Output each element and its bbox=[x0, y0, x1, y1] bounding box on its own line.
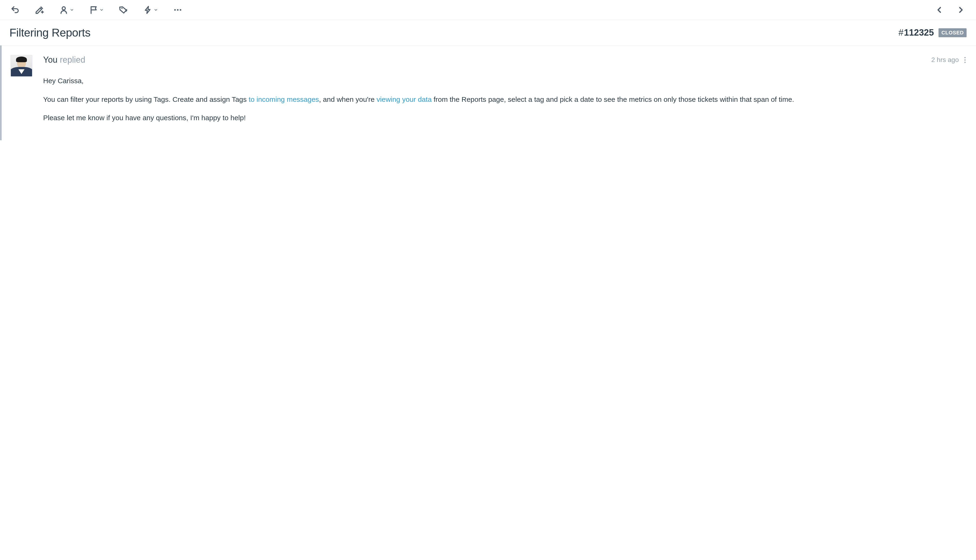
person-icon bbox=[59, 5, 69, 15]
toolbar bbox=[0, 0, 976, 20]
svg-point-1 bbox=[122, 8, 123, 9]
greeting-line: Hey Carissa, bbox=[43, 75, 966, 87]
kebab-dot-icon bbox=[964, 59, 966, 60]
chevron-down-icon bbox=[70, 8, 74, 12]
toolbar-right bbox=[934, 4, 966, 15]
author-line: You replied bbox=[43, 55, 85, 65]
compose-button[interactable] bbox=[34, 4, 45, 15]
bolt-icon bbox=[143, 5, 153, 15]
message-header: You replied 2 hrs ago bbox=[43, 55, 966, 65]
ticket-hash: # bbox=[898, 28, 903, 37]
dots-horizontal-icon bbox=[173, 5, 182, 15]
ticket-meta: #112325 CLOSED bbox=[898, 28, 966, 38]
chevron-down-icon bbox=[100, 8, 104, 12]
timestamp: 2 hrs ago bbox=[931, 56, 959, 63]
message-body: Hey Carissa, You can filter your reports… bbox=[43, 75, 966, 124]
flag-icon bbox=[89, 5, 98, 15]
body-text: , and when you're bbox=[319, 95, 377, 103]
chevron-left-icon bbox=[934, 5, 944, 15]
avatar[interactable] bbox=[11, 55, 32, 77]
tag-button[interactable] bbox=[118, 4, 129, 15]
link-viewing-data[interactable]: viewing your data bbox=[377, 95, 431, 103]
next-button[interactable] bbox=[955, 4, 966, 15]
pencil-plus-icon bbox=[35, 5, 44, 15]
ticket-id: 112325 bbox=[904, 28, 934, 37]
message-meta: 2 hrs ago bbox=[931, 56, 966, 64]
more-button[interactable] bbox=[172, 4, 184, 15]
ticket-header: Filtering Reports #112325 CLOSED bbox=[0, 20, 976, 45]
page-title: Filtering Reports bbox=[10, 26, 90, 39]
workflow-button[interactable] bbox=[142, 4, 159, 15]
ticket-number: #112325 bbox=[898, 28, 934, 38]
chevron-right-icon bbox=[956, 5, 966, 15]
prev-button[interactable] bbox=[934, 4, 945, 15]
tag-icon bbox=[119, 5, 128, 15]
message: You replied 2 hrs ago Hey Carissa, You c… bbox=[11, 55, 966, 131]
undo-button[interactable] bbox=[10, 4, 21, 15]
thread: You replied 2 hrs ago Hey Carissa, You c… bbox=[0, 45, 976, 140]
link-incoming-messages[interactable]: to incoming messages bbox=[249, 95, 319, 103]
svg-point-0 bbox=[62, 7, 65, 10]
kebab-dot-icon bbox=[964, 62, 966, 63]
assign-button[interactable] bbox=[58, 4, 75, 15]
undo-icon bbox=[10, 5, 20, 15]
body-text: from the Reports page, select a tag and … bbox=[432, 95, 794, 103]
kebab-dot-icon bbox=[964, 57, 966, 58]
body-paragraph: You can filter your reports by using Tag… bbox=[43, 94, 966, 105]
status-badge: CLOSED bbox=[939, 28, 966, 37]
message-content: You replied 2 hrs ago Hey Carissa, You c… bbox=[43, 55, 966, 131]
svg-point-2 bbox=[174, 9, 176, 11]
author-name: You bbox=[43, 55, 58, 65]
body-text: You can filter your reports by using Tag… bbox=[43, 95, 249, 103]
svg-point-3 bbox=[177, 9, 179, 11]
author-action: replied bbox=[60, 55, 85, 65]
flag-button[interactable] bbox=[88, 4, 105, 15]
closing-line: Please let me know if you have any quest… bbox=[43, 112, 966, 124]
toolbar-left bbox=[10, 4, 184, 15]
svg-point-4 bbox=[180, 9, 181, 11]
chevron-down-icon bbox=[154, 8, 158, 12]
message-actions-button[interactable] bbox=[964, 56, 966, 64]
